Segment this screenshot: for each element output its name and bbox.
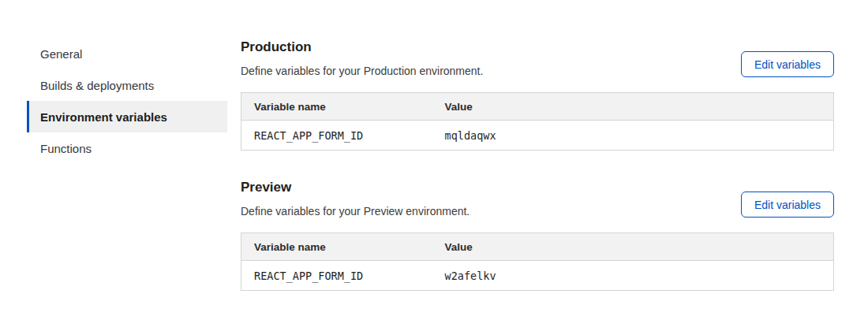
section-preview: Preview Define variables for your Previe…: [241, 180, 834, 291]
sidebar-item-builds-deployments[interactable]: Builds & deployments: [27, 69, 227, 101]
variable-value-cell: w2afelkv: [432, 261, 834, 291]
sidebar-item-functions[interactable]: Functions: [27, 132, 227, 164]
variable-name-cell: REACT_APP_FORM_ID: [241, 121, 432, 151]
table-header-row: Variable name Value: [241, 233, 834, 261]
production-variables-table: Variable name Value REACT_APP_FORM_ID mq…: [241, 92, 834, 151]
variable-name-cell: REACT_APP_FORM_ID: [241, 261, 432, 291]
sidebar-item-general[interactable]: General: [27, 38, 227, 69]
preview-variables-table: Variable name Value REACT_APP_FORM_ID w2…: [241, 232, 834, 291]
table-header-row: Variable name Value: [241, 93, 834, 121]
column-header-value: Value: [432, 93, 834, 121]
environment-variables-panel: Production Define variables for your Pro…: [241, 39, 834, 291]
column-header-value: Value: [432, 233, 834, 261]
table-row: REACT_APP_FORM_ID mqldaqwx: [241, 121, 834, 151]
section-production: Production Define variables for your Pro…: [241, 39, 834, 151]
edit-variables-button-production[interactable]: Edit variables: [741, 51, 834, 77]
edit-variables-button-preview[interactable]: Edit variables: [741, 192, 834, 218]
sidebar-item-environment-variables[interactable]: Environment variables: [27, 101, 227, 132]
settings-sidebar: General Builds & deployments Environment…: [27, 38, 227, 164]
column-header-variable-name: Variable name: [241, 233, 432, 261]
table-row: REACT_APP_FORM_ID w2afelkv: [241, 261, 834, 291]
variable-value-cell: mqldaqwx: [432, 121, 834, 151]
column-header-variable-name: Variable name: [241, 93, 432, 121]
